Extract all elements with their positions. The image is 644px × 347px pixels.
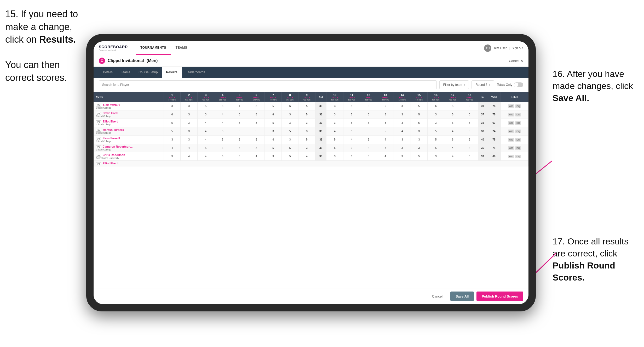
- hole-4-score[interactable]: 5: [214, 127, 231, 136]
- hole-8-score[interactable]: 5: [281, 127, 298, 136]
- hole-1-score[interactable]: 5: [164, 127, 180, 136]
- dq-btn[interactable]: DQ: [515, 155, 521, 158]
- wd-btn[interactable]: WD: [508, 104, 514, 108]
- hole-2-score[interactable]: 3: [181, 102, 197, 110]
- round-selector-btn[interactable]: Round 3 ▾: [472, 80, 494, 89]
- hole-2-score[interactable]: 3: [181, 136, 197, 144]
- wd-btn[interactable]: WD: [508, 146, 514, 150]
- dq-btn[interactable]: DQ: [515, 113, 521, 116]
- hole-18-score[interactable]: 5: [461, 119, 478, 127]
- hole-5-score[interactable]: 3: [231, 136, 248, 144]
- hole-6-score[interactable]: 5: [248, 136, 264, 144]
- hole-6-score[interactable]: 3: [248, 119, 264, 127]
- hole-6-score[interactable]: 5: [248, 127, 264, 136]
- hole-17-score[interactable]: 6: [444, 119, 461, 127]
- hole-10-score[interactable]: 6: [326, 144, 343, 152]
- wd-btn[interactable]: WD: [508, 155, 514, 158]
- save-all-btn[interactable]: Save All: [450, 292, 474, 301]
- hole-8-score[interactable]: 5: [281, 144, 298, 152]
- hole-18-score[interactable]: 3: [461, 144, 478, 152]
- hole-1-score[interactable]: 3: [164, 152, 180, 161]
- hole-15-score[interactable]: 5: [411, 110, 427, 119]
- hole-13-score[interactable]: 5: [377, 127, 394, 136]
- hole-14-score[interactable]: 3: [394, 119, 411, 127]
- player-name[interactable]: Elliot Ebert: [102, 120, 118, 123]
- hole-7-score[interactable]: 4: [265, 136, 281, 144]
- hole-14-score[interactable]: 3: [394, 110, 411, 119]
- hole-15-score[interactable]: 5: [411, 119, 427, 127]
- hole-4-score[interactable]: 3: [214, 144, 231, 152]
- hole-3-score[interactable]: 4: [197, 136, 214, 144]
- hole-2-score[interactable]: 3: [181, 119, 197, 127]
- hole-8-score[interactable]: 5: [281, 152, 298, 161]
- hole-11-score[interactable]: 5: [343, 110, 360, 119]
- hole-2-score[interactable]: 4: [181, 152, 197, 161]
- dq-btn[interactable]: DQ: [515, 138, 521, 142]
- hole-12-score[interactable]: 3: [360, 102, 377, 110]
- hole-14-score[interactable]: 3: [394, 102, 411, 110]
- player-name[interactable]: Cameron Robertson...: [102, 145, 133, 148]
- hole-4-score[interactable]: 4: [214, 110, 231, 119]
- hole-12-score[interactable]: 3: [360, 119, 377, 127]
- hole-17-score[interactable]: 5: [444, 110, 461, 119]
- hole-8-score[interactable]: 3: [281, 119, 298, 127]
- hole-14-score[interactable]: 3: [394, 136, 411, 144]
- hole-9-score[interactable]: 5: [298, 102, 315, 110]
- hole-3-score[interactable]: 3: [197, 110, 214, 119]
- hole-13-score[interactable]: 4: [377, 152, 394, 161]
- hole-5-score[interactable]: 4: [231, 102, 248, 110]
- hole-12-score[interactable]: 5: [360, 110, 377, 119]
- hole-13-score[interactable]: 3: [377, 144, 394, 152]
- hole-11-score[interactable]: 5: [343, 102, 360, 110]
- nav-teams[interactable]: TEAMS: [171, 41, 192, 55]
- hole-10-score[interactable]: 3: [326, 152, 343, 161]
- totals-toggle-switch[interactable]: [514, 82, 523, 87]
- hole-5-score[interactable]: 3: [231, 119, 248, 127]
- hole-9-score[interactable]: 4: [298, 152, 315, 161]
- hole-18-score[interactable]: 3: [461, 136, 478, 144]
- hole-10-score[interactable]: 5: [326, 136, 343, 144]
- hole-6-score[interactable]: 4: [248, 152, 264, 161]
- hole-10-score[interactable]: 3: [326, 110, 343, 119]
- hole-10-score[interactable]: 3: [326, 119, 343, 127]
- hole-1-score[interactable]: 3: [164, 102, 180, 110]
- hole-16-score[interactable]: 3: [427, 119, 444, 127]
- hole-11-score[interactable]: 5: [343, 127, 360, 136]
- nav-tournaments[interactable]: TOURNAMENTS: [136, 41, 171, 55]
- player-name-partial[interactable]: Elliot Ebert...: [102, 162, 120, 165]
- hole-9-score[interactable]: 5: [298, 136, 315, 144]
- hole-10-score[interactable]: 3: [326, 102, 343, 110]
- hole-18-score[interactable]: 3: [461, 102, 478, 110]
- hole-8-score[interactable]: 3: [281, 110, 298, 119]
- hole-4-score[interactable]: 5: [214, 102, 231, 110]
- hole-7-score[interactable]: 3: [265, 127, 281, 136]
- hole-18-score[interactable]: 3: [461, 110, 478, 119]
- publish-round-scores-btn[interactable]: Publish Round Scores: [476, 292, 523, 301]
- dq-btn[interactable]: DQ: [515, 130, 521, 133]
- hole-5-score[interactable]: 3: [231, 110, 248, 119]
- cancel-action-btn[interactable]: Cancel: [427, 292, 448, 301]
- hole-13-score[interactable]: 4: [377, 136, 394, 144]
- hole-15-score[interactable]: 5: [411, 102, 427, 110]
- hole-11-score[interactable]: 3: [343, 144, 360, 152]
- hole-14-score[interactable]: 4: [394, 127, 411, 136]
- hole-16-score[interactable]: 3: [427, 152, 444, 161]
- dq-btn[interactable]: DQ: [515, 121, 521, 125]
- hole-3-score[interactable]: 5: [197, 102, 214, 110]
- hole-16-score[interactable]: 5: [427, 127, 444, 136]
- hole-6-score[interactable]: 3: [248, 144, 264, 152]
- player-name[interactable]: Chris Robertson: [102, 153, 125, 156]
- hole-16-score[interactable]: 5: [427, 136, 444, 144]
- hole-8-score[interactable]: 6: [281, 102, 298, 110]
- hole-5-score[interactable]: 3: [231, 152, 248, 161]
- hole-17-score[interactable]: 6: [444, 136, 461, 144]
- hole-18-score[interactable]: 3: [461, 127, 478, 136]
- hole-4-score[interactable]: 4: [214, 119, 231, 127]
- tab-course-setup[interactable]: Course Setup: [134, 67, 162, 78]
- hole-7-score[interactable]: 5: [265, 102, 281, 110]
- hole-3-score[interactable]: 5: [197, 144, 214, 152]
- hole-15-score[interactable]: 3: [411, 127, 427, 136]
- hole-1-score[interactable]: 3: [164, 136, 180, 144]
- hole-4-score[interactable]: 5: [214, 152, 231, 161]
- hole-7-score[interactable]: 5: [265, 119, 281, 127]
